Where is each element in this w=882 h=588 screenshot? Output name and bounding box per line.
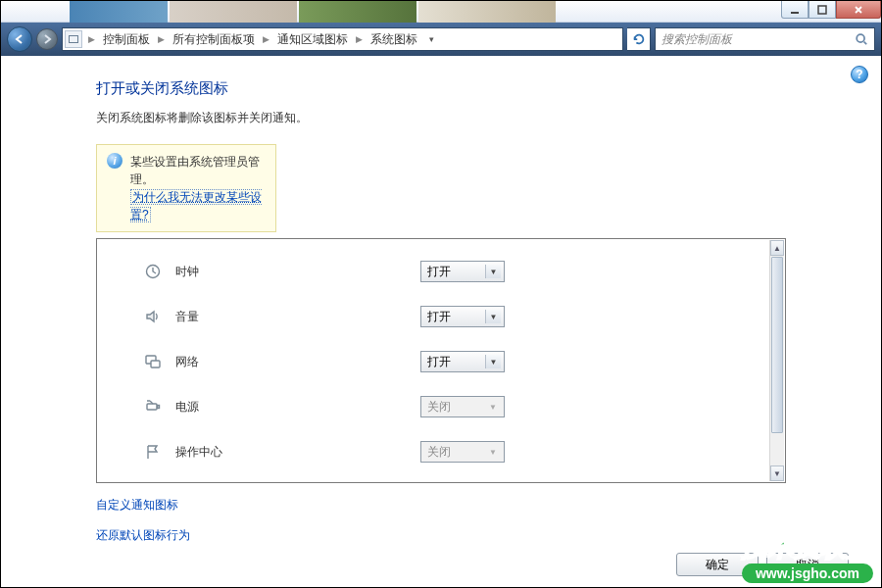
row-label: 时钟 bbox=[175, 264, 420, 280]
control-panel-window: ▶ 控制面板 ▶ 所有控制面板项 ▶ 通知区域图标 ▶ 系统图标 ▾ 搜索控制面… bbox=[0, 0, 882, 588]
table-row: 操作中心 关闭▼ bbox=[97, 429, 769, 474]
page-description: 关闭系统图标将删除该图标并关闭通知。 bbox=[96, 110, 786, 126]
behavior-select[interactable]: 打开▼ bbox=[420, 261, 505, 282]
admin-notice-link[interactable]: 为什么我无法更改某些设置? bbox=[130, 189, 262, 222]
row-label: 电源 bbox=[175, 399, 420, 416]
search-icon bbox=[855, 32, 868, 46]
row-label: 音量 bbox=[175, 309, 420, 325]
svg-rect-1 bbox=[818, 6, 826, 14]
page-title: 打开或关闭系统图标 bbox=[96, 79, 786, 98]
restore-defaults-link[interactable]: 还原默认图标行为 bbox=[96, 527, 786, 544]
breadcrumb-item[interactable]: 通知区域图标 bbox=[271, 28, 354, 50]
svg-rect-6 bbox=[147, 404, 157, 410]
chevron-down-icon: ▼ bbox=[485, 355, 501, 368]
network-icon bbox=[144, 353, 162, 370]
scrollbar[interactable]: ▲ ▼ bbox=[769, 240, 784, 481]
volume-icon bbox=[144, 308, 162, 325]
chevron-down-icon: ▼ bbox=[485, 265, 501, 278]
power-icon bbox=[144, 398, 162, 416]
titlebar bbox=[1, 1, 881, 23]
address-icon bbox=[65, 30, 82, 48]
scroll-up-button[interactable]: ▲ bbox=[770, 240, 784, 256]
customize-link[interactable]: 自定义通知图标 bbox=[96, 497, 786, 514]
row-label: 网络 bbox=[175, 354, 420, 370]
table-row: 电源 关闭▼ bbox=[97, 384, 769, 429]
chevron-right-icon: ▶ bbox=[86, 34, 97, 44]
behavior-select-disabled: 关闭▼ bbox=[420, 396, 505, 417]
info-icon: i bbox=[107, 153, 122, 169]
behavior-select[interactable]: 打开▼ bbox=[420, 351, 505, 372]
search-placeholder: 搜索控制面板 bbox=[662, 31, 732, 48]
content-area: ? 打开或关闭系统图标 关闭系统图标将删除该图标并关闭通知。 i 某些设置由系统… bbox=[2, 56, 880, 586]
navbar: ▶ 控制面板 ▶ 所有控制面板项 ▶ 通知区域图标 ▶ 系统图标 ▾ 搜索控制面… bbox=[1, 23, 881, 56]
breadcrumb-item[interactable]: 系统图标 bbox=[365, 28, 423, 50]
background-thumbs bbox=[70, 1, 556, 23]
chevron-right-icon: ▶ bbox=[156, 34, 167, 44]
system-icons-table: 时钟 打开▼ 音量 打开▼ 网络 打开▼ 电源 关闭▼ bbox=[96, 238, 786, 483]
svg-rect-0 bbox=[791, 12, 799, 14]
close-button[interactable] bbox=[836, 1, 881, 19]
table-row: 音量 打开▼ bbox=[97, 294, 769, 339]
scroll-thumb[interactable] bbox=[771, 257, 783, 433]
svg-rect-5 bbox=[151, 361, 160, 368]
chevron-right-icon: ▶ bbox=[354, 34, 365, 44]
search-input[interactable]: 搜索控制面板 bbox=[655, 27, 875, 51]
cancel-button[interactable]: 取消 bbox=[766, 553, 849, 576]
svg-point-2 bbox=[857, 34, 864, 42]
chevron-down-icon: ▼ bbox=[485, 310, 501, 323]
back-button[interactable] bbox=[7, 26, 32, 52]
help-icon[interactable]: ? bbox=[851, 66, 868, 83]
refresh-button[interactable] bbox=[627, 27, 651, 51]
minimize-button[interactable] bbox=[781, 1, 808, 19]
maximize-button[interactable] bbox=[808, 1, 836, 19]
behavior-select[interactable]: 打开▼ bbox=[420, 306, 505, 327]
clock-icon bbox=[144, 263, 162, 280]
admin-notice: i 某些设置由系统管理员管理。 为什么我无法更改某些设置? bbox=[96, 144, 276, 232]
chevron-down-icon: ▼ bbox=[485, 400, 501, 414]
svg-rect-7 bbox=[158, 406, 160, 409]
table-row: 网络 打开▼ bbox=[97, 339, 769, 384]
behavior-select-disabled: 关闭▼ bbox=[420, 441, 505, 463]
breadcrumb-item[interactable]: 所有控制面板项 bbox=[167, 28, 261, 50]
address-bar[interactable]: ▶ 控制面板 ▶ 所有控制面板项 ▶ 通知区域图标 ▶ 系统图标 ▾ bbox=[62, 27, 623, 51]
scroll-down-button[interactable]: ▼ bbox=[770, 466, 784, 481]
flag-icon bbox=[144, 443, 162, 461]
address-dropdown[interactable]: ▾ bbox=[423, 34, 439, 44]
ok-button[interactable]: 确定 bbox=[676, 553, 759, 576]
row-label: 操作中心 bbox=[175, 444, 420, 461]
chevron-right-icon: ▶ bbox=[261, 34, 271, 44]
table-row: 时钟 打开▼ bbox=[97, 249, 769, 294]
chevron-down-icon: ▼ bbox=[485, 445, 501, 459]
footer-buttons: 确定 取消 bbox=[676, 553, 849, 576]
admin-notice-text: 某些设置由系统管理员管理。 bbox=[130, 155, 260, 186]
forward-button[interactable] bbox=[36, 28, 58, 50]
window-buttons bbox=[781, 1, 881, 21]
breadcrumb-item[interactable]: 控制面板 bbox=[97, 28, 156, 50]
